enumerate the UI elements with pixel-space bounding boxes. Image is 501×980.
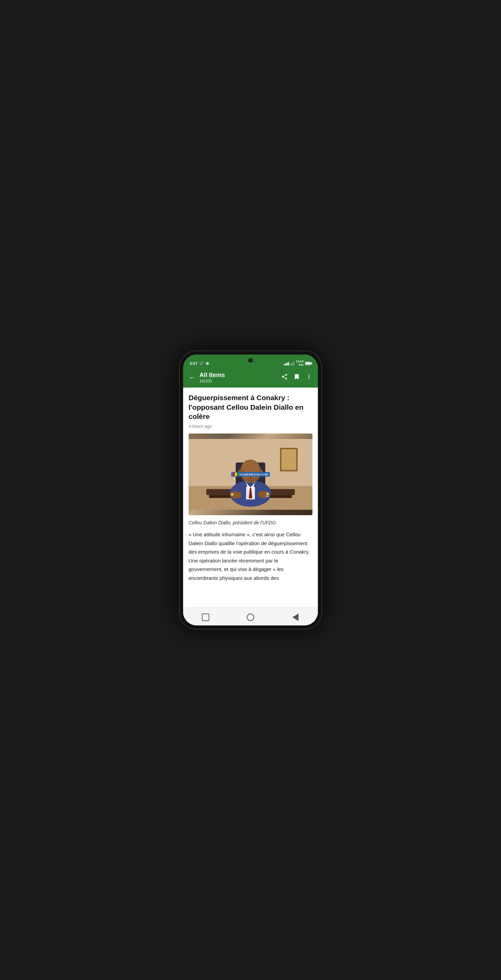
volume-icon: 🔊: [199, 361, 204, 366]
whatsapp-icon: ⊚: [205, 361, 209, 366]
share-button[interactable]: [281, 373, 288, 382]
status-time: 6:57: [190, 361, 197, 366]
svg-rect-27: [266, 496, 269, 497]
header-title: All Items: [199, 372, 278, 379]
recent-apps-icon: [202, 614, 209, 621]
article-body: « Une attitude inhumaine », c'est ainsi …: [189, 530, 312, 582]
recent-apps-button[interactable]: [199, 611, 212, 624]
back-nav-button[interactable]: [289, 611, 302, 624]
svg-rect-24: [282, 450, 296, 470]
camera-notch: [248, 358, 253, 363]
back-nav-icon: [293, 614, 299, 621]
bookmark-button[interactable]: [293, 373, 300, 382]
image-watermark: GUINEEMATIN.COM: [231, 472, 270, 477]
signal-icon: [284, 361, 294, 366]
network-speed: 114.0K/s: [296, 360, 304, 367]
back-button[interactable]: ←: [189, 374, 196, 382]
svg-point-26: [267, 493, 269, 495]
article-time: 4 hours ago: [189, 424, 312, 429]
article-paragraph-1: « Une attitude inhumaine », c'est ainsi …: [189, 530, 312, 582]
article-image-container: GUINEEMATIN.COM: [189, 434, 312, 515]
battery-icon: [305, 362, 311, 365]
article-image: GUINEEMATIN.COM: [189, 434, 312, 515]
article-title: Déguerpissement à Conakry : l'opposant C…: [189, 393, 312, 421]
header-title-group: All Items 16/200: [199, 372, 278, 384]
phone-shell: 6:57 🔊 ⊚ 114.0K/s: [179, 350, 322, 630]
status-right: 114.0K/s: [284, 360, 311, 367]
flag-icon: [233, 473, 239, 476]
more-options-button[interactable]: [305, 373, 312, 382]
status-left: 6:57 🔊 ⊚: [190, 361, 209, 366]
article-content: Déguerpissement à Conakry : l'opposant C…: [183, 388, 318, 608]
article-caption: Cellou Dalein Diallo, président de l'UFD…: [189, 520, 312, 525]
bottom-nav: [183, 608, 318, 625]
home-icon: [247, 614, 254, 621]
svg-point-9: [242, 461, 259, 474]
phone-screen: 6:57 🔊 ⊚ 114.0K/s: [183, 355, 318, 625]
svg-point-17: [250, 477, 252, 479]
header-actions: [281, 373, 312, 382]
app-header: ← All Items 16/200: [183, 368, 318, 388]
home-button[interactable]: [244, 611, 257, 624]
svg-point-25: [231, 493, 234, 496]
header-subtitle: 16/200: [199, 379, 278, 383]
